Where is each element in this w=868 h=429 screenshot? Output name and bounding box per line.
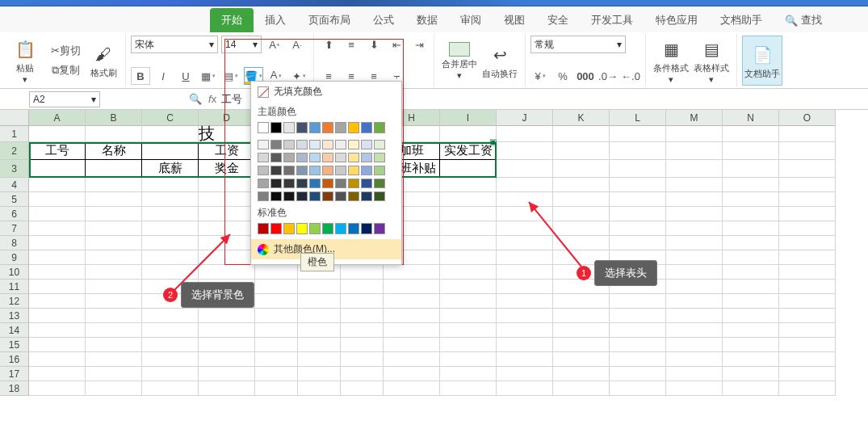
color-swatch[interactable]: [283, 140, 295, 149]
color-swatch[interactable]: [335, 153, 346, 162]
cell[interactable]: [142, 265, 199, 280]
color-swatch[interactable]: [322, 166, 333, 175]
cell[interactable]: [86, 338, 142, 352]
cell[interactable]: [384, 323, 440, 338]
cell[interactable]: [384, 338, 440, 352]
cell[interactable]: [255, 367, 298, 381]
color-swatch[interactable]: [335, 166, 346, 175]
column-header-C[interactable]: C: [142, 110, 199, 126]
cell[interactable]: [86, 126, 142, 142]
cell[interactable]: [255, 338, 298, 352]
cell[interactable]: [553, 352, 610, 367]
color-swatch[interactable]: [283, 179, 295, 188]
cell[interactable]: [384, 367, 440, 381]
cell[interactable]: 工号: [29, 142, 86, 160]
cell[interactable]: [298, 338, 341, 352]
color-swatch[interactable]: [348, 191, 359, 201]
color-swatch[interactable]: [309, 166, 321, 175]
color-swatch[interactable]: [258, 179, 269, 188]
row-header[interactable]: 18: [0, 381, 29, 396]
cell[interactable]: [440, 367, 497, 381]
cell[interactable]: [86, 381, 142, 396]
fx-icon[interactable]: fx: [208, 93, 216, 105]
color-swatch[interactable]: [270, 122, 282, 133]
color-swatch[interactable]: [374, 179, 385, 188]
cell[interactable]: [255, 352, 298, 367]
color-swatch[interactable]: [374, 122, 385, 133]
cell[interactable]: [86, 367, 142, 381]
color-swatch[interactable]: [270, 166, 282, 175]
conditional-format-button[interactable]: ▦ 条件格式▾: [651, 36, 691, 86]
cell[interactable]: [341, 294, 384, 309]
column-header-N[interactable]: N: [723, 110, 779, 126]
cell[interactable]: [779, 126, 836, 142]
cell[interactable]: [497, 381, 553, 396]
column-header-B[interactable]: B: [86, 110, 142, 126]
cell[interactable]: [341, 338, 384, 352]
cell[interactable]: [666, 192, 723, 207]
cell[interactable]: [666, 207, 723, 221]
color-swatch[interactable]: [348, 166, 359, 175]
border-button[interactable]: ▦▾: [199, 67, 218, 85]
row-header[interactable]: 3: [0, 160, 29, 178]
cell[interactable]: [142, 126, 199, 142]
cell[interactable]: [440, 207, 497, 221]
align-middle-button[interactable]: ≡: [342, 36, 361, 53]
cell[interactable]: [440, 126, 497, 142]
cell[interactable]: [666, 236, 723, 250]
color-swatch[interactable]: [374, 166, 385, 175]
align-top-button[interactable]: ⬆: [319, 36, 338, 53]
cell[interactable]: [723, 160, 779, 178]
cell[interactable]: [255, 265, 298, 280]
color-swatch[interactable]: [361, 191, 372, 201]
cell[interactable]: [298, 280, 341, 294]
cell[interactable]: [29, 323, 86, 338]
cell[interactable]: [723, 126, 779, 142]
cell[interactable]: [255, 323, 298, 338]
color-swatch[interactable]: [335, 223, 346, 234]
cell[interactable]: [497, 280, 553, 294]
tab-devtools[interactable]: 开发工具: [580, 8, 644, 32]
cell[interactable]: [610, 178, 666, 192]
cell[interactable]: [29, 207, 86, 221]
cell[interactable]: [440, 265, 497, 280]
color-swatch[interactable]: [361, 153, 372, 162]
cell[interactable]: [497, 178, 553, 192]
cell[interactable]: [255, 294, 298, 309]
font-name-combo[interactable]: 宋体▾: [131, 36, 218, 53]
cell[interactable]: [440, 280, 497, 294]
cell[interactable]: [199, 236, 255, 250]
cell[interactable]: 名称: [86, 142, 142, 160]
cell[interactable]: [29, 250, 86, 265]
cell[interactable]: [723, 221, 779, 236]
cell[interactable]: [142, 352, 199, 367]
cell[interactable]: [723, 309, 779, 323]
cell[interactable]: [666, 126, 723, 142]
cell[interactable]: [440, 192, 497, 207]
cell[interactable]: [29, 236, 86, 250]
cell[interactable]: [497, 126, 553, 142]
color-swatch[interactable]: [283, 122, 295, 133]
cell[interactable]: [29, 178, 86, 192]
color-swatch[interactable]: [335, 122, 346, 133]
cell[interactable]: [440, 381, 497, 396]
tab-formula[interactable]: 公式: [362, 8, 405, 32]
cell[interactable]: [497, 367, 553, 381]
cell[interactable]: [298, 294, 341, 309]
paste-button[interactable]: 📋 粘贴 ▾: [8, 36, 42, 86]
cell[interactable]: [666, 160, 723, 178]
select-all-corner[interactable]: [0, 110, 29, 126]
cell[interactable]: [142, 236, 199, 250]
column-header-J[interactable]: J: [497, 110, 553, 126]
cell[interactable]: [298, 323, 341, 338]
cell[interactable]: [341, 280, 384, 294]
cell[interactable]: [779, 221, 836, 236]
grid-body[interactable]: 1技2工号名称工资加班实发工资3底薪奖金早退加班补贴45678910111213…: [0, 126, 868, 396]
row-header[interactable]: 17: [0, 367, 29, 381]
color-swatch[interactable]: [374, 223, 385, 234]
color-swatch[interactable]: [374, 140, 385, 149]
currency-button[interactable]: ¥▾: [530, 67, 550, 85]
cell[interactable]: [199, 352, 255, 367]
cell[interactable]: [341, 381, 384, 396]
row-header[interactable]: 14: [0, 323, 29, 338]
